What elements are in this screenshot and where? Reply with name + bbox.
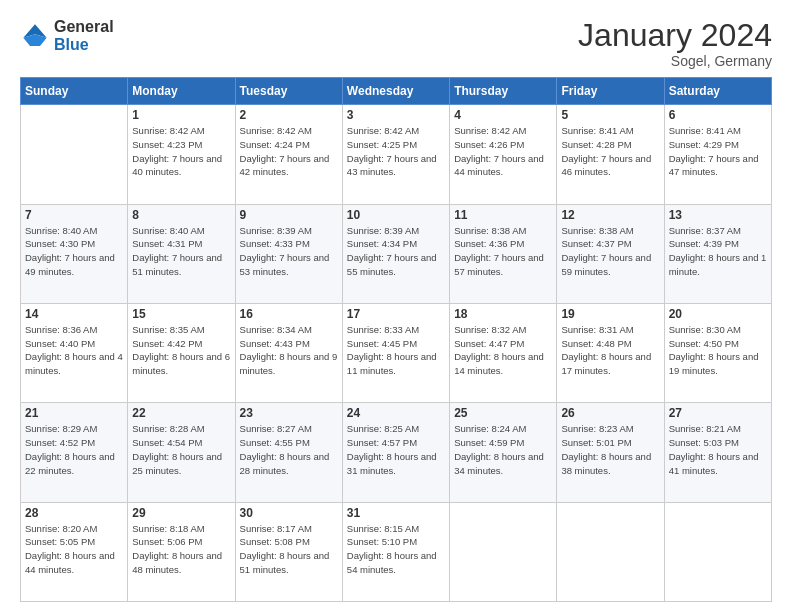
day-number: 19 <box>561 307 659 321</box>
day-info: Sunrise: 8:40 AMSunset: 4:31 PMDaylight:… <box>132 224 230 279</box>
day-info: Sunrise: 8:15 AMSunset: 5:10 PMDaylight:… <box>347 522 445 577</box>
table-row: 14Sunrise: 8:36 AMSunset: 4:40 PMDayligh… <box>21 303 128 402</box>
day-info: Sunrise: 8:42 AMSunset: 4:23 PMDaylight:… <box>132 124 230 179</box>
day-info: Sunrise: 8:42 AMSunset: 4:26 PMDaylight:… <box>454 124 552 179</box>
logo-icon <box>20 21 50 51</box>
day-info: Sunrise: 8:29 AMSunset: 4:52 PMDaylight:… <box>25 422 123 477</box>
header: General Blue January 2024 Sogel, Germany <box>20 18 772 69</box>
day-info: Sunrise: 8:40 AMSunset: 4:30 PMDaylight:… <box>25 224 123 279</box>
day-info: Sunrise: 8:17 AMSunset: 5:08 PMDaylight:… <box>240 522 338 577</box>
day-info: Sunrise: 8:20 AMSunset: 5:05 PMDaylight:… <box>25 522 123 577</box>
table-row: 29Sunrise: 8:18 AMSunset: 5:06 PMDayligh… <box>128 502 235 601</box>
table-row: 8Sunrise: 8:40 AMSunset: 4:31 PMDaylight… <box>128 204 235 303</box>
header-saturday: Saturday <box>664 78 771 105</box>
day-info: Sunrise: 8:42 AMSunset: 4:24 PMDaylight:… <box>240 124 338 179</box>
day-number: 2 <box>240 108 338 122</box>
day-number: 10 <box>347 208 445 222</box>
day-info: Sunrise: 8:36 AMSunset: 4:40 PMDaylight:… <box>25 323 123 378</box>
day-info: Sunrise: 8:23 AMSunset: 5:01 PMDaylight:… <box>561 422 659 477</box>
header-tuesday: Tuesday <box>235 78 342 105</box>
logo: General Blue <box>20 18 114 53</box>
table-row: 19Sunrise: 8:31 AMSunset: 4:48 PMDayligh… <box>557 303 664 402</box>
table-row: 4Sunrise: 8:42 AMSunset: 4:26 PMDaylight… <box>450 105 557 204</box>
day-number: 27 <box>669 406 767 420</box>
day-info: Sunrise: 8:42 AMSunset: 4:25 PMDaylight:… <box>347 124 445 179</box>
day-number: 15 <box>132 307 230 321</box>
day-info: Sunrise: 8:37 AMSunset: 4:39 PMDaylight:… <box>669 224 767 279</box>
title-area: January 2024 Sogel, Germany <box>578 18 772 69</box>
day-number: 9 <box>240 208 338 222</box>
table-row: 23Sunrise: 8:27 AMSunset: 4:55 PMDayligh… <box>235 403 342 502</box>
day-info: Sunrise: 8:35 AMSunset: 4:42 PMDaylight:… <box>132 323 230 378</box>
day-number: 25 <box>454 406 552 420</box>
day-number: 4 <box>454 108 552 122</box>
table-row: 21Sunrise: 8:29 AMSunset: 4:52 PMDayligh… <box>21 403 128 502</box>
day-number: 5 <box>561 108 659 122</box>
table-row: 9Sunrise: 8:39 AMSunset: 4:33 PMDaylight… <box>235 204 342 303</box>
day-number: 29 <box>132 506 230 520</box>
day-info: Sunrise: 8:25 AMSunset: 4:57 PMDaylight:… <box>347 422 445 477</box>
table-row <box>450 502 557 601</box>
day-info: Sunrise: 8:24 AMSunset: 4:59 PMDaylight:… <box>454 422 552 477</box>
logo-text: General Blue <box>54 18 114 53</box>
table-row: 30Sunrise: 8:17 AMSunset: 5:08 PMDayligh… <box>235 502 342 601</box>
day-info: Sunrise: 8:31 AMSunset: 4:48 PMDaylight:… <box>561 323 659 378</box>
day-number: 3 <box>347 108 445 122</box>
table-row: 2Sunrise: 8:42 AMSunset: 4:24 PMDaylight… <box>235 105 342 204</box>
table-row: 1Sunrise: 8:42 AMSunset: 4:23 PMDaylight… <box>128 105 235 204</box>
day-number: 14 <box>25 307 123 321</box>
logo-blue: Blue <box>54 36 114 54</box>
day-number: 17 <box>347 307 445 321</box>
day-number: 8 <box>132 208 230 222</box>
day-number: 28 <box>25 506 123 520</box>
table-row: 22Sunrise: 8:28 AMSunset: 4:54 PMDayligh… <box>128 403 235 502</box>
header-wednesday: Wednesday <box>342 78 449 105</box>
table-row: 26Sunrise: 8:23 AMSunset: 5:01 PMDayligh… <box>557 403 664 502</box>
day-number: 24 <box>347 406 445 420</box>
table-row: 20Sunrise: 8:30 AMSunset: 4:50 PMDayligh… <box>664 303 771 402</box>
header-sunday: Sunday <box>21 78 128 105</box>
table-row <box>557 502 664 601</box>
header-thursday: Thursday <box>450 78 557 105</box>
day-info: Sunrise: 8:27 AMSunset: 4:55 PMDaylight:… <box>240 422 338 477</box>
table-row: 16Sunrise: 8:34 AMSunset: 4:43 PMDayligh… <box>235 303 342 402</box>
day-number: 26 <box>561 406 659 420</box>
day-number: 1 <box>132 108 230 122</box>
day-info: Sunrise: 8:21 AMSunset: 5:03 PMDaylight:… <box>669 422 767 477</box>
table-row: 3Sunrise: 8:42 AMSunset: 4:25 PMDaylight… <box>342 105 449 204</box>
day-number: 13 <box>669 208 767 222</box>
day-number: 18 <box>454 307 552 321</box>
day-info: Sunrise: 8:41 AMSunset: 4:28 PMDaylight:… <box>561 124 659 179</box>
day-number: 6 <box>669 108 767 122</box>
day-number: 23 <box>240 406 338 420</box>
day-info: Sunrise: 8:18 AMSunset: 5:06 PMDaylight:… <box>132 522 230 577</box>
day-number: 22 <box>132 406 230 420</box>
day-info: Sunrise: 8:38 AMSunset: 4:36 PMDaylight:… <box>454 224 552 279</box>
subtitle: Sogel, Germany <box>578 53 772 69</box>
day-info: Sunrise: 8:33 AMSunset: 4:45 PMDaylight:… <box>347 323 445 378</box>
table-row: 17Sunrise: 8:33 AMSunset: 4:45 PMDayligh… <box>342 303 449 402</box>
day-info: Sunrise: 8:28 AMSunset: 4:54 PMDaylight:… <box>132 422 230 477</box>
table-row <box>664 502 771 601</box>
header-friday: Friday <box>557 78 664 105</box>
day-info: Sunrise: 8:39 AMSunset: 4:34 PMDaylight:… <box>347 224 445 279</box>
table-row: 11Sunrise: 8:38 AMSunset: 4:36 PMDayligh… <box>450 204 557 303</box>
table-row: 28Sunrise: 8:20 AMSunset: 5:05 PMDayligh… <box>21 502 128 601</box>
day-number: 31 <box>347 506 445 520</box>
table-row: 13Sunrise: 8:37 AMSunset: 4:39 PMDayligh… <box>664 204 771 303</box>
day-info: Sunrise: 8:41 AMSunset: 4:29 PMDaylight:… <box>669 124 767 179</box>
day-info: Sunrise: 8:38 AMSunset: 4:37 PMDaylight:… <box>561 224 659 279</box>
day-number: 20 <box>669 307 767 321</box>
table-row: 12Sunrise: 8:38 AMSunset: 4:37 PMDayligh… <box>557 204 664 303</box>
table-row: 15Sunrise: 8:35 AMSunset: 4:42 PMDayligh… <box>128 303 235 402</box>
table-row: 27Sunrise: 8:21 AMSunset: 5:03 PMDayligh… <box>664 403 771 502</box>
main-title: January 2024 <box>578 18 772 53</box>
day-info: Sunrise: 8:32 AMSunset: 4:47 PMDaylight:… <box>454 323 552 378</box>
day-number: 12 <box>561 208 659 222</box>
table-row: 31Sunrise: 8:15 AMSunset: 5:10 PMDayligh… <box>342 502 449 601</box>
table-row <box>21 105 128 204</box>
day-number: 30 <box>240 506 338 520</box>
day-number: 16 <box>240 307 338 321</box>
day-info: Sunrise: 8:34 AMSunset: 4:43 PMDaylight:… <box>240 323 338 378</box>
header-monday: Monday <box>128 78 235 105</box>
